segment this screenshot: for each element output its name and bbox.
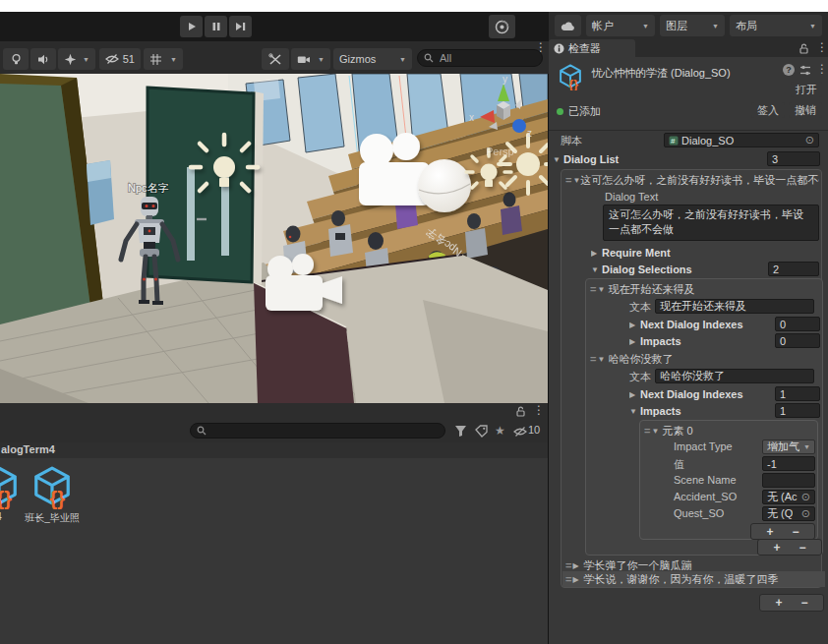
value-field[interactable]: -1 [762,456,815,471]
drag-handle-icon[interactable]: = [590,283,595,295]
remove-element-button[interactable]: − [784,525,807,539]
next-dialog-foldout[interactable]: ▶ Next Dialog Indexes [629,317,772,332]
checkin-label: 签入 [757,103,779,118]
next-dialog-foldout[interactable]: ▶ Next Dialog Indexes [629,386,772,402]
text-label: 文本 [629,370,651,384]
eye-off-icon[interactable] [513,426,527,438]
impacts-count[interactable]: 1 [775,403,820,418]
accident-so-label: Accident_SO [674,491,737,502]
scene-lighting-button[interactable] [3,48,29,70]
status-label: 已添加 [568,104,601,119]
drag-handle-icon[interactable]: = [565,559,570,571]
project-search[interactable] [190,423,445,439]
drag-handle-icon[interactable]: = [590,353,595,365]
open-button[interactable]: 打开 [791,82,822,97]
script-field[interactable]: # Dialog_SO ⊙ [664,133,819,147]
scene-panel: ⋮ ▼ 51 ▼ ▼ Gizmos ▼ [0,41,549,403]
selections-count[interactable]: 2 [768,262,819,276]
sphere-gizmo[interactable] [418,159,471,212]
project-menu-icon[interactable]: ⋮ [533,403,545,417]
require-ment-label: Require Ment [602,247,671,259]
drag-handle-icon[interactable]: = [565,174,570,186]
cloud-button[interactable] [555,15,581,36]
remove-selection-button[interactable]: − [791,541,814,555]
text-field[interactable]: 哈哈你没救了 [655,369,814,383]
svg-text:{}: {} [0,488,12,509]
pause-button[interactable] [205,16,227,37]
dialog-item-header[interactable]: = ▼ 这可怎么办呀，之前没有好好读书，毕设一点都不会做 [565,172,819,188]
unity-editor-window: { "colors": { "accent_cube_blue": "#4db4… [0,0,828,644]
dialog-list-foldout[interactable]: ▼ Dialog List [553,151,759,167]
impacts-count[interactable]: 0 [775,333,820,348]
foldout-closed-icon: ▶ [629,321,640,329]
scene-audio-button[interactable] [30,48,56,70]
add-element-button[interactable]: + [758,525,782,539]
header-menu-icon[interactable]: ⋮ [816,62,828,76]
checkin-button[interactable]: 签入 [751,102,785,118]
lock-icon[interactable] [798,43,809,54]
breadcrumb[interactable]: alogTerm4 [1,443,55,455]
account-dropdown[interactable]: 帐户 ▼ [586,15,655,36]
project-toolbar: ★ 10 [0,420,548,443]
scene-viewport[interactable]: Npc名字 Npc名字 [0,74,548,403]
text-field[interactable]: 现在开始还来得及 [655,299,814,314]
drag-handle-icon[interactable]: = [565,573,570,585]
layout-dropdown[interactable]: 布局 ▼ [730,15,822,36]
scene-search[interactable] [417,49,543,67]
object-picker-icon[interactable]: ⊙ [801,507,810,520]
dialog-text-area[interactable]: 这可怎么办呀，之前没有好好读书，毕设一点都不会做 [603,205,819,241]
svg-text:#: # [671,137,676,146]
quest-so-field[interactable]: 无 (Q ⊙ [762,506,815,521]
drag-handle-icon[interactable]: = [644,425,649,437]
remove-dialog-button[interactable]: − [793,596,816,610]
inspector-menu-icon[interactable]: ⋮ [816,40,828,54]
dialog-item-header-selected[interactable]: = ▶ 学长说，谢谢你，因为有你，温暖了四季 [562,571,825,587]
selection-header[interactable]: = ▼ 现在开始还来得及 [590,281,820,297]
preset-icon[interactable] [799,65,811,76]
scene-tools-button[interactable] [262,48,289,70]
impacts-foldout[interactable]: ▶ Impacts [629,333,772,349]
step-button[interactable] [229,16,252,37]
impact-type-dropdown[interactable]: 增加气 ▼ [762,439,815,454]
object-picker-icon[interactable]: ⊙ [801,491,810,503]
lock-icon[interactable] [515,406,526,417]
persp-label[interactable]: Persp [486,146,514,157]
dialog-list-count[interactable]: 3 [767,151,820,166]
favorite-star-icon[interactable]: ★ [495,424,505,438]
account-label: 帐户 [592,19,614,33]
script-icon: # [669,136,679,146]
foldout-closed-icon: ▶ [591,249,602,258]
impacts-foldout[interactable]: ▼ Impacts [629,403,772,419]
project-search-input[interactable] [210,424,439,438]
accident-so-field[interactable]: 无 (Ac ⊙ [762,490,815,504]
element-header[interactable]: = ▼ 元素 0 [644,423,815,439]
scene-camera-dropdown[interactable]: ▼ [291,48,330,70]
accident-so-value: 无 (Ac [767,490,798,504]
tag-icon[interactable] [475,425,488,438]
next-dialog-count[interactable]: 0 [775,317,820,331]
asset-item[interactable]: {} 班长_毕业照 [22,464,83,525]
scene-grid-dropdown[interactable]: ▼ [144,48,183,70]
gizmos-dropdown[interactable]: Gizmos ▼ [333,48,412,70]
tab-inspector[interactable]: 检查器 [549,39,635,57]
revert-button[interactable]: 撤销 [789,102,822,118]
selection-header[interactable]: = ▼ 哈哈你没救了 [590,351,820,367]
add-dialog-button[interactable]: + [767,596,791,610]
next-dialog-count[interactable]: 1 [775,386,820,401]
filter-type-icon[interactable] [454,425,467,438]
version-control-button[interactable] [489,15,515,38]
require-ment-foldout[interactable]: ▶ Require Ment [591,245,807,261]
scene-search-input[interactable] [438,51,536,65]
object-picker-icon[interactable]: ⊙ [805,134,814,146]
inspector-header: {} 忧心忡忡的学渣 (Dialog_SO) ? ⋮ 打开 已添加 签入 撤销 [549,57,828,131]
play-button[interactable] [180,16,203,37]
scene-effects-dropdown[interactable]: ▼ [58,48,95,70]
dialog-selections-foldout[interactable]: ▼ Dialog Selections [591,262,758,277]
project-grid[interactable]: {} 4 {} 班长_毕业照 [0,458,548,644]
add-selection-button[interactable]: + [765,541,789,555]
help-icon[interactable]: ? [783,64,795,76]
impacts-array-controls: + − [750,523,815,540]
scene-visibility-button[interactable]: 51 [99,48,141,70]
layers-dropdown[interactable]: 图层 ▼ [660,15,725,36]
scene-name-field[interactable] [762,473,815,488]
